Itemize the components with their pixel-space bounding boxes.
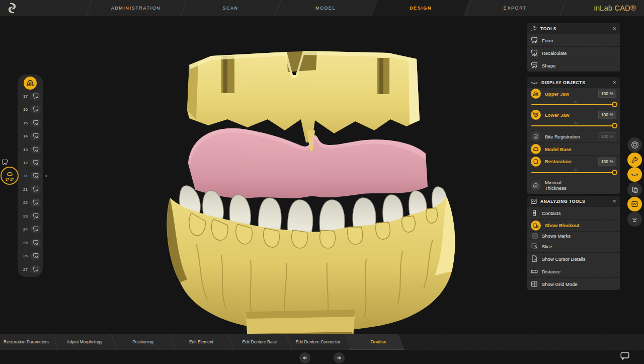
- grid-mode-icon: [531, 280, 538, 287]
- crown-icon: [30, 212, 41, 221]
- opacity-value[interactable]: 100 %: [598, 90, 616, 98]
- previous-step-button[interactable]: [299, 352, 310, 363]
- step-edit-element[interactable]: Edit Element: [179, 334, 224, 350]
- analyze-label: Show Blockout: [545, 223, 616, 228]
- tab-model[interactable]: MODEL: [315, 0, 336, 16]
- tools-panel: TOOLS ✕ Form Recalculate Shape: [527, 23, 620, 71]
- display-objects-header: DISPLAY OBJECTS ✕: [527, 77, 620, 88]
- tooth-item-22[interactable]: 22: [18, 197, 43, 208]
- collapse-panels-button[interactable]: [627, 212, 642, 227]
- close-icon[interactable]: ✕: [612, 26, 616, 31]
- tooth-item-14[interactable]: 14: [18, 130, 43, 141]
- close-icon[interactable]: ✕: [612, 199, 616, 204]
- tooth-item-23[interactable]: 23: [18, 210, 43, 222]
- app-window: ADMINISTRATION SCAN MODEL DESIGN EXPORT …: [0, 0, 644, 364]
- slider-handle[interactable]: [612, 170, 617, 175]
- wrench-icon: [631, 157, 638, 163]
- tooth-item-13[interactable]: 13: [18, 144, 43, 155]
- workflow-step-bar: Restoration Parameters Adjust Morphology…: [0, 334, 644, 350]
- display-restoration[interactable]: Restoration 100 %: [527, 155, 620, 167]
- app-brand: inLab CAD®: [594, 0, 636, 16]
- restoration-opacity-slider[interactable]: [527, 167, 620, 177]
- display-lower-jaw[interactable]: Lower Jaw 100 %: [527, 109, 620, 120]
- tooth-list-sidebar: 17 16 15 14 13 12 11 21 22 23 24 25 26 2…: [18, 75, 43, 277]
- tab-administration[interactable]: ADMINISTRATION: [111, 0, 161, 16]
- sidebar-collapse-button[interactable]: ‹: [43, 170, 50, 182]
- object-label: Minimal Thickness: [545, 180, 575, 191]
- tooth-item-24[interactable]: 24: [18, 224, 43, 235]
- tooth-number: 17: [18, 94, 28, 99]
- tooth-number: 25: [18, 241, 28, 245]
- distance-icon: [531, 268, 538, 275]
- slider-handle[interactable]: [612, 102, 617, 107]
- step-edit-denture-base[interactable]: Edit Denture Base: [237, 334, 282, 350]
- tab-design[interactable]: DESIGN: [410, 0, 432, 16]
- analyzing-tools-toggle[interactable]: [627, 197, 642, 211]
- tooth-number: 13: [18, 148, 28, 152]
- tooth-item-17[interactable]: 17: [18, 91, 43, 102]
- step-positioning[interactable]: Positioning: [120, 334, 166, 350]
- feedback-bubble-icon[interactable]: [620, 352, 629, 360]
- show-blockout-icon: [531, 221, 541, 231]
- restoration-range-badge[interactable]: 17-27: [1, 167, 19, 185]
- step-edit-denture-connector[interactable]: Edit Denture Connector: [295, 334, 341, 350]
- opacity-value[interactable]: 100 %: [598, 111, 616, 119]
- restoration-view-toggle[interactable]: [627, 137, 642, 152]
- tooth-number: 15: [18, 121, 28, 125]
- tab-scan[interactable]: SCAN: [222, 0, 238, 16]
- analyze-contacts[interactable]: Contacts: [527, 206, 620, 219]
- tool-form[interactable]: Form: [527, 34, 620, 46]
- tooth-item-11[interactable]: 11: [18, 170, 43, 181]
- slider-handle[interactable]: [612, 123, 617, 128]
- panel-title: DISPLAY OBJECTS: [541, 80, 612, 85]
- jaw-arch-button[interactable]: [24, 77, 37, 90]
- tool-shape[interactable]: Shape: [527, 59, 620, 71]
- upper-jaw-icon: [531, 89, 541, 99]
- tooth-item-26[interactable]: 26: [18, 250, 43, 261]
- tooth-item-25[interactable]: 25: [18, 237, 43, 248]
- tooth-item-15[interactable]: 15: [18, 117, 43, 128]
- contacts-icon: [531, 209, 538, 216]
- tool-recalculate[interactable]: Recalculate: [527, 46, 620, 59]
- wrench-icon: [531, 26, 537, 32]
- crown-icon: [30, 132, 41, 140]
- shows-marks-checkbox[interactable]: [532, 233, 538, 239]
- step-adjust-morphology[interactable]: Adjust Morphology: [62, 334, 107, 350]
- display-bite-registration[interactable]: Bite Registration 100 %: [527, 130, 620, 142]
- step-restoration-parameters[interactable]: Restoration Parameters: [4, 334, 49, 350]
- close-icon[interactable]: ✕: [612, 80, 616, 85]
- next-step-button[interactable]: [334, 352, 345, 363]
- denture-icon: [7, 171, 13, 177]
- tools-panel-toggle[interactable]: [627, 153, 642, 167]
- display-minimal-thickness[interactable]: Minimal Thickness: [527, 177, 620, 194]
- tooth-number: 24: [18, 227, 28, 232]
- slider-track: [531, 125, 615, 126]
- crown-icon: [30, 159, 41, 167]
- tooth-number: 26: [18, 254, 28, 258]
- analyze-distance[interactable]: Distance: [527, 265, 620, 277]
- display-model-base[interactable]: Model Base: [527, 142, 620, 155]
- arrow-left-icon: [302, 355, 308, 361]
- display-upper-jaw[interactable]: Upper Jaw 100 %: [527, 88, 620, 99]
- tab-export[interactable]: EXPORT: [504, 0, 527, 16]
- display-objects-toggle[interactable]: [627, 167, 642, 182]
- analyze-slice[interactable]: Slice: [527, 240, 620, 252]
- step-finalise[interactable]: Finalise: [356, 334, 401, 350]
- analyze-show-blockout[interactable]: Show Blockout: [527, 219, 620, 231]
- eye-icon: [631, 172, 638, 177]
- panel-title: TOOLS: [540, 26, 612, 31]
- analyze-label: Show Cursor Details: [542, 256, 616, 262]
- tooth-item-21[interactable]: 21: [18, 184, 43, 195]
- analyze-show-cursor-details[interactable]: Show Cursor Details: [527, 252, 620, 265]
- documentation-toggle[interactable]: [627, 182, 642, 197]
- lower-jaw-opacity-slider[interactable]: [527, 120, 620, 130]
- upper-jaw-opacity-slider[interactable]: [527, 99, 620, 109]
- tooth-item-27[interactable]: 27: [18, 264, 43, 275]
- analyze-label: Slice: [542, 244, 616, 249]
- analyze-show-grid-mode[interactable]: Show Grid Mode: [527, 277, 620, 290]
- opacity-value[interactable]: 100 %: [598, 158, 616, 166]
- tooth-item-16[interactable]: 16: [18, 104, 43, 115]
- analyze-shows-marks[interactable]: Shows Marks: [527, 231, 620, 240]
- crown-icon: [30, 239, 41, 247]
- tooth-item-12[interactable]: 12: [18, 157, 43, 168]
